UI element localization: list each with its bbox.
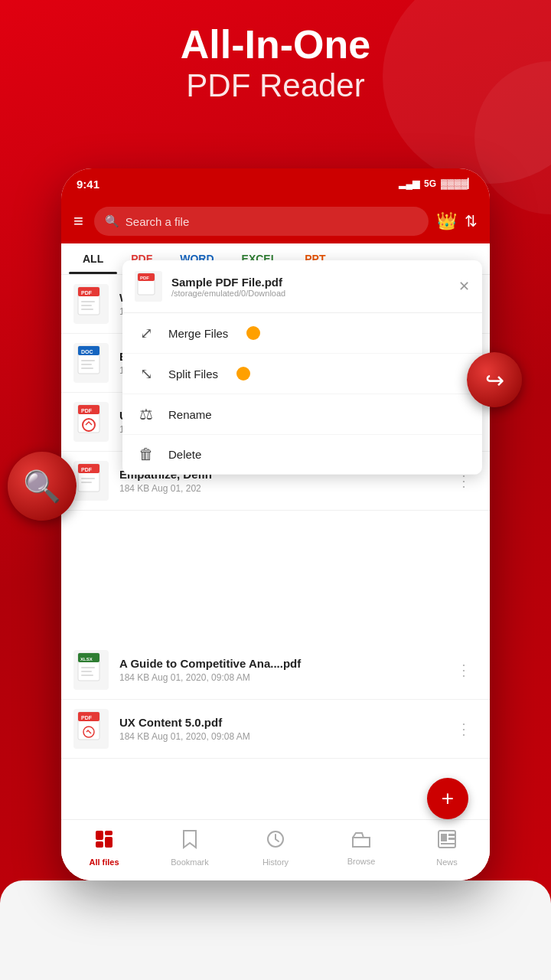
app-subtitle: PDF Reader xyxy=(0,67,551,105)
merge-label: Merge Files xyxy=(168,327,228,340)
svg-rect-43 xyxy=(96,841,103,848)
context-menu: PDF Sample PDF File.pdf /storage/emulate… xyxy=(122,275,482,475)
bottom-nav-area xyxy=(0,880,551,980)
file-name: UX Content 5.0.pdf xyxy=(119,716,450,729)
sort-icon[interactable]: ⇅ xyxy=(465,212,478,230)
bottom-navigation: All files Bookmark History Browse xyxy=(61,819,490,880)
context-menu-file-icon: PDF xyxy=(135,275,162,302)
crown-icon[interactable]: 👑 xyxy=(436,211,457,231)
network-type: 5G xyxy=(424,178,436,189)
nav-all-files[interactable]: All files xyxy=(61,829,147,867)
status-icons: ▂▄▆ 5G ▓▓▓▓▏ xyxy=(399,178,474,189)
svg-rect-4 xyxy=(81,301,95,302)
nav-bookmark[interactable]: Bookmark xyxy=(147,829,233,867)
svg-text:PDF: PDF xyxy=(81,408,93,413)
nav-bookmark-label: Bookmark xyxy=(171,858,209,867)
float-search-icon: 🔍 xyxy=(23,469,61,505)
tab-all[interactable]: ALL xyxy=(69,243,117,274)
status-bar: 9:41 ▂▄▆ 5G ▓▓▓▓▏ xyxy=(61,168,490,199)
history-icon xyxy=(266,829,285,854)
svg-rect-11 xyxy=(81,360,95,361)
svg-rect-48 xyxy=(448,834,455,836)
nav-browse[interactable]: Browse xyxy=(318,830,404,866)
context-menu-file-info: Sample PDF File.pdf /storage/emulated/0/… xyxy=(171,276,449,298)
file-meta: 184 KB Aug 01, 2020, 09:08 AM xyxy=(119,731,450,742)
all-files-icon xyxy=(94,829,114,854)
context-menu-header: PDF Sample PDF File.pdf /storage/emulate… xyxy=(122,275,482,313)
rename-button[interactable]: ⚖ Rename xyxy=(122,394,482,435)
file-list: PDF Welcome to All Document.pdf 184 KB A… xyxy=(61,275,490,880)
context-menu-filename: Sample PDF File.pdf xyxy=(171,276,449,289)
list-item[interactable]: PDF UX Content 5.0.pdf 184 KB Aug 01, 20… xyxy=(61,700,490,759)
svg-text:XLSX: XLSX xyxy=(80,657,93,662)
rename-icon: ⚖ xyxy=(136,405,156,423)
svg-rect-35 xyxy=(81,675,93,676)
svg-rect-13 xyxy=(81,368,93,369)
svg-rect-6 xyxy=(81,309,93,310)
nav-history[interactable]: History xyxy=(233,829,318,867)
svg-rect-33 xyxy=(81,667,95,668)
browse-icon xyxy=(351,830,371,854)
context-menu-close-button[interactable]: ✕ xyxy=(458,278,470,295)
battery-icon: ▓▓▓▓▏ xyxy=(441,178,474,189)
svg-text:PDF: PDF xyxy=(81,290,93,296)
nav-news-label: News xyxy=(436,858,458,867)
delete-label: Delete xyxy=(168,448,201,461)
file-icon-excel: XLSX xyxy=(73,650,109,690)
file-icon-pdf: PDF xyxy=(73,284,109,324)
menu-icon[interactable]: ≡ xyxy=(73,213,83,230)
search-bar[interactable]: 🔍 Search a file xyxy=(94,207,429,236)
nav-news[interactable]: News xyxy=(404,829,490,867)
rename-label: Rename xyxy=(168,408,212,421)
nav-history-label: History xyxy=(262,858,289,867)
delete-button[interactable]: 🗑 Delete xyxy=(122,435,482,475)
signal-icon: ▂▄▆ xyxy=(399,178,419,189)
phone-mockup: 9:41 ▂▄▆ 5G ▓▓▓▓▏ ≡ 🔍 Search a file 👑 ⇅ … xyxy=(61,168,490,880)
svg-rect-12 xyxy=(81,364,92,365)
bookmark-icon xyxy=(181,829,198,854)
file-info: UX Content 5.0.pdf 184 KB Aug 01, 2020, … xyxy=(119,716,450,742)
svg-rect-5 xyxy=(81,305,92,306)
file-more-button[interactable]: ⋮ xyxy=(450,717,478,741)
svg-rect-34 xyxy=(81,671,92,672)
merge-icon: ⤢ xyxy=(136,324,156,342)
list-item[interactable]: XLSX A Guide to Competitive Ana....pdf 1… xyxy=(61,641,490,700)
delete-icon: 🗑 xyxy=(136,446,156,463)
floating-share-button[interactable]: ↪ xyxy=(467,352,528,413)
news-icon xyxy=(437,829,457,854)
file-meta: 184 KB Aug 01, 202 xyxy=(119,483,450,494)
svg-rect-42 xyxy=(105,831,112,835)
file-more-button[interactable]: ⋮ xyxy=(450,658,478,682)
split-icon: ⤡ xyxy=(136,364,156,383)
nav-browse-label: Browse xyxy=(347,857,376,866)
premium-badge xyxy=(236,367,250,381)
floating-search-button[interactable]: 🔍 xyxy=(8,452,84,528)
svg-rect-41 xyxy=(96,831,103,840)
app-title: All-In-One xyxy=(0,23,551,67)
svg-text:PDF: PDF xyxy=(140,276,149,280)
svg-rect-47 xyxy=(441,834,447,841)
merge-files-button[interactable]: ⤢ Merge Files xyxy=(122,313,482,354)
status-time: 9:41 xyxy=(77,178,99,191)
search-icon: 🔍 xyxy=(105,214,119,228)
premium-badge xyxy=(246,326,260,340)
svg-text:DOC: DOC xyxy=(81,349,93,354)
file-meta: 184 KB Aug 01, 2020, 09:08 AM xyxy=(119,672,450,683)
fab-add-button[interactable]: + xyxy=(427,778,468,819)
header-area: All-In-One PDF Reader xyxy=(0,23,551,106)
app-toolbar: ≡ 🔍 Search a file 👑 ⇅ xyxy=(61,199,490,243)
split-files-button[interactable]: ⤡ Split Files xyxy=(122,354,482,394)
float-share-icon: ↪ xyxy=(485,367,504,394)
file-name: A Guide to Competitive Ana....pdf xyxy=(119,657,450,670)
svg-text:PDF: PDF xyxy=(81,715,93,720)
svg-rect-49 xyxy=(448,838,455,840)
context-menu-filepath: /storage/emulated/0/Download xyxy=(171,289,449,298)
file-info: A Guide to Competitive Ana....pdf 184 KB… xyxy=(119,657,450,683)
search-placeholder: Search a file xyxy=(126,215,189,228)
svg-rect-50 xyxy=(441,843,455,844)
nav-all-files-label: All files xyxy=(89,858,119,867)
file-icon-pdf3: PDF xyxy=(73,709,109,749)
split-label: Split Files xyxy=(168,368,218,381)
file-icon-doc: DOC xyxy=(73,343,109,383)
svg-rect-44 xyxy=(105,837,112,848)
